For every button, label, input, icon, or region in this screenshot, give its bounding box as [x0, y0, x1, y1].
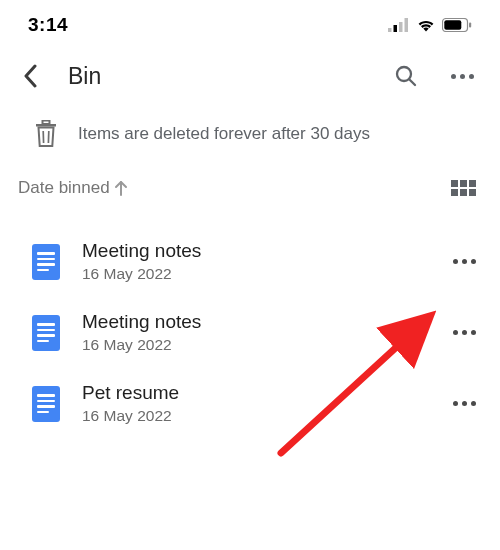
file-list: Meeting notes 16 May 2022 Meeting notes …	[0, 206, 500, 439]
file-more-button[interactable]	[453, 401, 476, 406]
file-row[interactable]: Pet resume 16 May 2022	[0, 368, 500, 439]
page-title: Bin	[68, 63, 368, 90]
banner-text: Items are deleted forever after 30 days	[78, 124, 370, 144]
sort-button[interactable]: Date binned	[18, 178, 128, 198]
view-toggle-button[interactable]	[451, 180, 476, 196]
file-name: Meeting notes	[82, 311, 431, 333]
file-info: Meeting notes 16 May 2022	[82, 311, 431, 354]
more-menu-button[interactable]	[444, 58, 480, 94]
status-time: 3:14	[28, 14, 68, 36]
back-button[interactable]	[16, 62, 44, 90]
search-icon	[394, 64, 418, 88]
file-more-button[interactable]	[453, 259, 476, 264]
app-bar: Bin	[0, 40, 500, 108]
trash-icon	[34, 120, 58, 148]
sort-label-text: Date binned	[18, 178, 110, 198]
info-banner: Items are deleted forever after 30 days	[0, 108, 500, 166]
file-row[interactable]: Meeting notes 16 May 2022	[0, 226, 500, 297]
file-date: 16 May 2022	[82, 336, 431, 354]
arrow-up-icon	[114, 180, 128, 196]
file-info: Pet resume 16 May 2022	[82, 382, 431, 425]
file-name: Meeting notes	[82, 240, 431, 262]
svg-rect-5	[444, 20, 461, 29]
svg-rect-2	[399, 22, 403, 32]
file-more-button[interactable]	[453, 330, 476, 335]
chevron-left-icon	[23, 64, 37, 88]
svg-rect-3	[405, 18, 409, 32]
cellular-icon	[388, 18, 410, 32]
more-icon	[453, 330, 476, 335]
status-bar: 3:14	[0, 0, 500, 40]
svg-rect-6	[469, 23, 471, 28]
battery-icon	[442, 18, 472, 32]
svg-rect-10	[43, 121, 50, 125]
file-date: 16 May 2022	[82, 407, 431, 425]
svg-rect-0	[388, 28, 392, 32]
file-info: Meeting notes 16 May 2022	[82, 240, 431, 283]
sort-row: Date binned	[0, 166, 500, 206]
more-icon	[453, 401, 476, 406]
status-indicators	[388, 18, 472, 32]
svg-rect-1	[394, 25, 398, 32]
search-button[interactable]	[388, 58, 424, 94]
file-row[interactable]: Meeting notes 16 May 2022	[0, 297, 500, 368]
doc-icon	[32, 315, 60, 351]
doc-icon	[32, 386, 60, 422]
more-icon	[451, 74, 474, 79]
file-name: Pet resume	[82, 382, 431, 404]
more-icon	[453, 259, 476, 264]
wifi-icon	[416, 18, 436, 32]
doc-icon	[32, 244, 60, 280]
file-date: 16 May 2022	[82, 265, 431, 283]
svg-line-8	[409, 79, 415, 85]
